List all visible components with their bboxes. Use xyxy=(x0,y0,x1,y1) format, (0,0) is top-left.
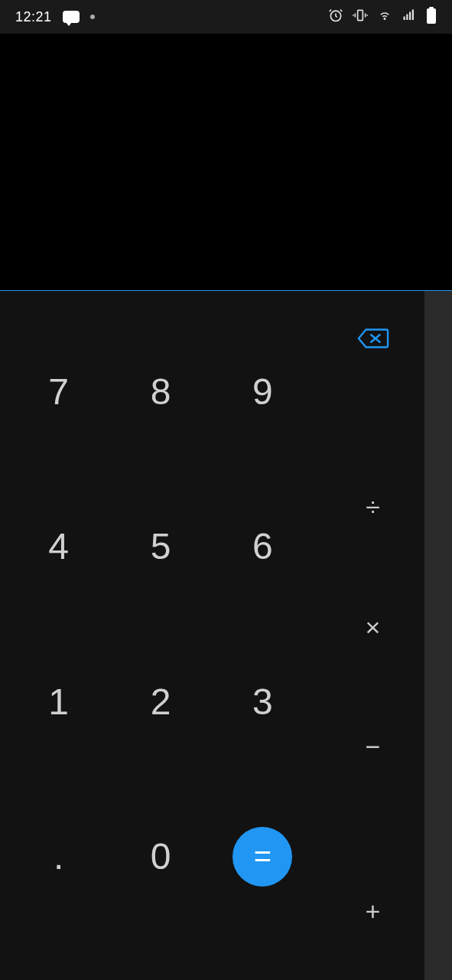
key-9[interactable]: 9 xyxy=(212,314,314,469)
key-3[interactable]: 3 xyxy=(212,624,314,779)
key-0[interactable]: 0 xyxy=(109,779,211,935)
key-4[interactable]: 4 xyxy=(8,469,109,625)
key-1[interactable]: 1 xyxy=(8,624,109,779)
key-2[interactable]: 2 xyxy=(109,624,211,779)
key-5[interactable]: 5 xyxy=(109,469,211,625)
alarm-icon xyxy=(328,8,343,27)
operator-column: ÷ × − + xyxy=(321,291,424,980)
status-time: 12:21 xyxy=(15,9,52,25)
signal-icon xyxy=(402,8,417,26)
key-minus[interactable]: − xyxy=(321,687,424,806)
vibrate-icon xyxy=(353,8,368,27)
svg-rect-8 xyxy=(406,14,408,20)
equals-button[interactable]: = xyxy=(233,827,292,887)
key-6[interactable]: 6 xyxy=(212,469,314,625)
key-backspace[interactable] xyxy=(321,314,424,447)
key-7[interactable]: 7 xyxy=(8,314,109,469)
key-plus[interactable]: + xyxy=(321,807,424,934)
svg-rect-10 xyxy=(412,9,414,20)
svg-rect-1 xyxy=(358,10,363,20)
backspace-icon xyxy=(357,328,389,349)
key-8[interactable]: 8 xyxy=(109,314,211,469)
status-bar: 12:21 xyxy=(0,0,452,34)
calculator-display[interactable] xyxy=(0,34,452,291)
key-decimal[interactable]: . xyxy=(8,779,109,935)
key-divide[interactable]: ÷ xyxy=(321,447,424,567)
numeric-keypad: 7 8 9 4 5 6 1 2 3 . 0 = xyxy=(0,291,321,980)
svg-rect-11 xyxy=(429,7,434,8)
notification-dot-icon xyxy=(90,15,95,19)
svg-rect-12 xyxy=(427,8,436,24)
wifi-icon xyxy=(377,8,392,26)
svg-rect-9 xyxy=(409,11,411,20)
key-equals[interactable]: = xyxy=(212,779,314,935)
svg-point-6 xyxy=(384,18,385,19)
message-icon xyxy=(63,11,80,23)
advanced-panel-handle[interactable] xyxy=(424,291,452,980)
battery-icon xyxy=(426,7,437,28)
svg-rect-7 xyxy=(404,16,405,20)
key-multiply[interactable]: × xyxy=(321,567,424,687)
